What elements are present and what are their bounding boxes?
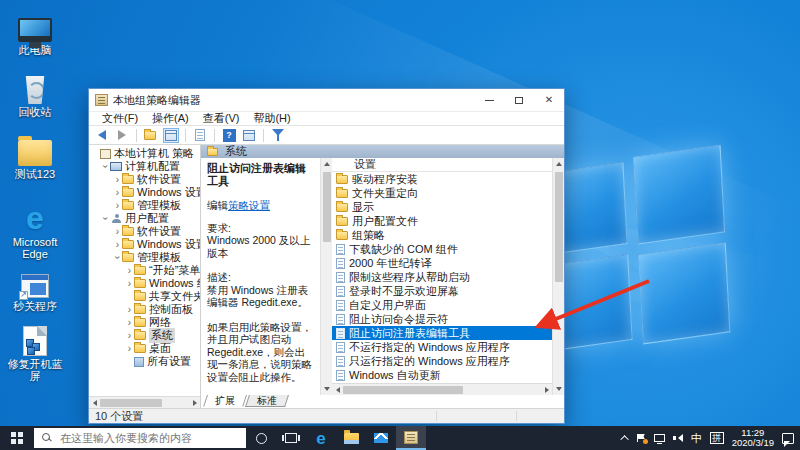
- tree-item-network[interactable]: ›网络: [89, 316, 200, 329]
- scrollbar-thumb[interactable]: [343, 386, 463, 394]
- scroll-down-button[interactable]: [321, 383, 332, 395]
- scroll-left-icon: [336, 387, 340, 393]
- taskbar-mail[interactable]: [366, 426, 396, 450]
- cortana-icon: [256, 433, 267, 444]
- list-item[interactable]: 驱动程序安装: [332, 172, 552, 186]
- list-item[interactable]: 登录时不显示欢迎屏幕: [332, 284, 552, 298]
- tree-item-system[interactable]: ›系统: [89, 329, 200, 342]
- desktop-icon-recycle-bin[interactable]: 回收站: [4, 70, 66, 118]
- close-button[interactable]: ✕: [534, 89, 564, 111]
- titlebar[interactable]: 本地组策略编辑器 ✕: [89, 89, 564, 111]
- edit-policy-setting-link[interactable]: 策略设置: [228, 199, 270, 211]
- window-main: 本地计算机 策略 ›计算机配置 ›软件设置 ›Windows 设置 ›管理模板 …: [89, 145, 564, 408]
- desktop-icon-edge[interactable]: e Microsoft Edge: [4, 200, 66, 260]
- list-horizontal-scrollbar[interactable]: [332, 383, 552, 395]
- list-item[interactable]: 文件夹重定向: [332, 186, 552, 200]
- settings-column-header[interactable]: 设置: [332, 158, 552, 172]
- scroll-down-button[interactable]: [553, 383, 564, 395]
- taskbar-clock[interactable]: 11:29 2020/3/19: [732, 428, 774, 449]
- list-item[interactable]: 自定义用户界面: [332, 298, 552, 312]
- desktop-icon-test-folder[interactable]: 测试123: [4, 132, 66, 180]
- list-item[interactable]: Windows 自动更新: [332, 368, 552, 382]
- folder-icon: [134, 279, 146, 288]
- list-item[interactable]: 下载缺少的 COM 组件: [332, 242, 552, 256]
- export-list-button[interactable]: [192, 128, 208, 143]
- taskbar-file-explorer[interactable]: [336, 426, 366, 450]
- list-item[interactable]: 显示: [332, 200, 552, 214]
- policy-setting-icon: [336, 328, 345, 339]
- description-vertical-scrollbar[interactable]: [320, 158, 332, 395]
- ime-mode-indicator[interactable]: 中: [691, 431, 702, 446]
- filter-button[interactable]: [270, 128, 286, 143]
- search-icon: [42, 433, 50, 441]
- menu-action[interactable]: 操作(A): [145, 111, 196, 126]
- menu-view[interactable]: 查看(V): [196, 111, 247, 126]
- chevron-right-icon: ›: [125, 344, 134, 353]
- tree-item-control-panel[interactable]: ›控制面板: [89, 303, 200, 316]
- taskbar-search[interactable]: [34, 428, 246, 448]
- network-icon[interactable]: [654, 434, 665, 442]
- folder-icon: [122, 240, 134, 249]
- security-flag-icon[interactable]: [637, 434, 646, 442]
- folder-icon: [336, 203, 348, 212]
- list-item[interactable]: 2000 年世纪转译: [332, 256, 552, 270]
- scroll-up-button[interactable]: [553, 158, 564, 170]
- taskbar-gpedit-active[interactable]: [396, 426, 426, 450]
- scrollbar-thumb[interactable]: [323, 172, 331, 242]
- properties-button[interactable]: [241, 128, 257, 143]
- minimize-button[interactable]: [474, 89, 504, 111]
- scroll-up-button[interactable]: [321, 158, 332, 170]
- list-item-selected[interactable]: 阻止访问注册表编辑工具: [332, 326, 552, 340]
- search-input[interactable]: [60, 432, 230, 444]
- scroll-left-button[interactable]: [332, 384, 343, 396]
- tray-overflow-chevron-icon[interactable]: [620, 435, 628, 443]
- list-item[interactable]: 组策略: [332, 228, 552, 242]
- requirements-text: Windows 2000 及以上版本: [207, 234, 315, 259]
- tree-horizontal-scrollbar[interactable]: [89, 396, 200, 408]
- chevron-right-icon: ›: [113, 227, 122, 236]
- scrollbar-thumb[interactable]: [555, 172, 563, 282]
- action-center-icon[interactable]: [782, 433, 794, 444]
- category-header: 系统: [201, 145, 564, 158]
- desktop-icon-registry-file[interactable]: 修复开机蓝屏: [4, 322, 66, 382]
- toolbar: ?: [89, 126, 564, 145]
- list-item[interactable]: 阻止访问命令提示符: [332, 312, 552, 326]
- folder-icon: [134, 318, 146, 327]
- ime-pinyin-indicator[interactable]: 拼: [710, 432, 724, 444]
- windows-start-icon: [11, 432, 23, 444]
- forward-button[interactable]: [114, 128, 130, 143]
- policy-setting-icon: [336, 314, 345, 325]
- desktop-icon-this-pc[interactable]: 此电脑: [4, 8, 66, 56]
- registry-file-icon: [23, 326, 47, 356]
- tab-standard[interactable]: 标准: [245, 395, 289, 407]
- scroll-right-button[interactable]: [189, 397, 200, 409]
- help-button[interactable]: ?: [221, 128, 237, 143]
- status-separator: [436, 411, 437, 421]
- policy-setting-icon: [336, 244, 345, 255]
- maximize-button[interactable]: [504, 89, 534, 111]
- tree-item-all-settings[interactable]: 所有设置: [89, 355, 200, 368]
- show-console-tree-button[interactable]: [163, 128, 179, 143]
- list-item[interactable]: 不运行指定的 Windows 应用程序: [332, 340, 552, 354]
- start-button[interactable]: [0, 426, 34, 450]
- scroll-left-button[interactable]: [89, 397, 100, 409]
- folder-icon: [207, 148, 218, 156]
- cortana-button[interactable]: [246, 426, 276, 450]
- list-item[interactable]: 限制这些程序从帮助启动: [332, 270, 552, 284]
- taskbar-edge[interactable]: e: [306, 426, 336, 450]
- list-vertical-scrollbar[interactable]: [552, 158, 564, 395]
- scrollbar-thumb[interactable]: [100, 399, 162, 407]
- volume-icon[interactable]: [673, 434, 683, 443]
- category-header-label: 系统: [225, 144, 247, 159]
- console-icon: [100, 149, 111, 159]
- up-one-level-button[interactable]: [143, 128, 159, 143]
- task-view-button[interactable]: [276, 426, 306, 450]
- list-item[interactable]: 只运行指定的 Windows 应用程序: [332, 354, 552, 368]
- scroll-right-button[interactable]: [541, 384, 552, 396]
- back-button[interactable]: [94, 128, 110, 143]
- desktop-icon-app-shortcut[interactable]: 秒关程序: [4, 264, 66, 312]
- tab-extended[interactable]: 扩展: [203, 395, 247, 407]
- list-item[interactable]: 用户配置文件: [332, 214, 552, 228]
- menu-file[interactable]: 文件(F): [95, 111, 145, 126]
- menu-help[interactable]: 帮助(H): [246, 111, 297, 126]
